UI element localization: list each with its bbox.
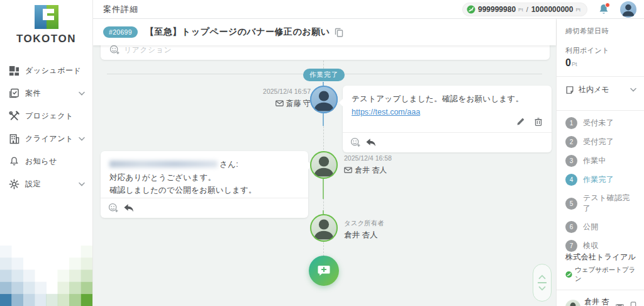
message-bubble: さん: 対応ありがとうございます。 確認しましたので公開をお願いします。: [101, 151, 308, 218]
content-row: #20699 【至急】トップページのバナー修正のお願い リアクション 作業完: [93, 19, 644, 306]
usage-points-unit: Pt: [572, 61, 577, 67]
sidebar-item-label: ダッシュボード: [25, 65, 81, 76]
points-separator: /: [526, 6, 528, 13]
app-root: TOKOTON ダッシュボード 案件 プロジェクト クライアント: [0, 0, 644, 306]
usage-points-value: 0Pt: [565, 57, 636, 69]
scroll-down-button[interactable]: [538, 286, 546, 291]
chat-plus-icon: [316, 263, 331, 278]
step-number: 1: [565, 117, 577, 129]
message-line: 対応ありがとうございます。: [109, 173, 216, 182]
task-owner-block: タスク所有者 倉井 杏人: [344, 218, 384, 241]
chevron-down-icon[interactable]: [630, 88, 636, 92]
points-unit: Pt: [518, 7, 523, 13]
brand-logo[interactable]: TOKOTON: [0, 0, 92, 45]
person-icon: [620, 1, 636, 18]
reply-icon[interactable]: [365, 138, 376, 147]
memo-label: 社内メモ: [579, 84, 609, 95]
step-acceptance[interactable]: 7 検収: [565, 240, 636, 252]
new-message-fab[interactable]: [309, 256, 339, 286]
mail-icon[interactable]: [615, 302, 625, 306]
step-work-complete[interactable]: 4 作業完了: [565, 174, 636, 186]
chevron-down-icon[interactable]: [79, 91, 85, 96]
sidebar-item-projects[interactable]: プロジェクト: [0, 105, 92, 127]
bell-icon: [9, 156, 19, 167]
sidebar-item-cases[interactable]: 案件: [0, 82, 92, 105]
contact-name: 倉井 杏人: [584, 297, 611, 306]
left-sidebar: TOKOTON ダッシュボード 案件 プロジェクト クライアント: [0, 0, 93, 306]
sidebar-nav: ダッシュボード 案件 プロジェクト クライアント お知らせ: [0, 59, 92, 195]
brand-name: TOKOTON: [0, 33, 92, 45]
step-label: 作業完了: [583, 174, 614, 185]
building-icon: [9, 133, 19, 144]
note-icon: [565, 86, 574, 94]
tokoton-logo-icon: [35, 5, 58, 29]
notification-bell-button[interactable]: [597, 3, 610, 16]
envelope-icon: [275, 100, 284, 106]
message-bubble: テストアップしました。確認をお願いします。 https://test.com/a…: [343, 86, 552, 152]
step-reception-done[interactable]: 2 受付完了: [565, 136, 636, 148]
points-balance[interactable]: 999999980 Pt / 1000000000 Pt: [462, 3, 587, 16]
reaction-row: [343, 132, 552, 152]
phone-icon[interactable]: [630, 302, 636, 306]
scroll-middle-handle[interactable]: [538, 282, 547, 283]
milestone-badge: 作業完了: [303, 69, 345, 81]
message-meta: 2025/12/4 16:57 斎藤 守: [216, 87, 311, 109]
message-link[interactable]: https://test.com/aaa: [352, 108, 420, 116]
sidebar-item-settings[interactable]: 設定: [0, 173, 92, 195]
message-datetime: 2025/12/4 16:57: [216, 87, 311, 97]
internal-memo-toggle[interactable]: 社内メモ: [565, 77, 636, 103]
decorative-mosaic: [0, 246, 92, 306]
avatar-saito[interactable]: [310, 86, 338, 113]
partial-message-card: リアクション: [101, 45, 550, 60]
step-number: 6: [565, 221, 577, 233]
edit-message-button[interactable]: [516, 117, 525, 126]
sidebar-item-clients[interactable]: クライアント: [0, 127, 92, 150]
copy-icon[interactable]: [335, 28, 343, 37]
avatar-task-owner[interactable]: [310, 214, 338, 242]
person-icon: [565, 300, 580, 306]
message-line: 確認しましたので公開をお願いします。: [109, 186, 257, 195]
step-number: 2: [565, 136, 577, 148]
message-text: テストアップしました。確認をお願いします。: [352, 93, 543, 106]
reaction-row: [101, 198, 308, 218]
task-owner-label: タスク所有者: [344, 218, 384, 229]
step-published[interactable]: 6 公開: [565, 221, 636, 233]
points-current: 999999980: [478, 5, 516, 14]
add-reaction-icon[interactable]: [108, 203, 119, 213]
chevron-down-icon[interactable]: [79, 182, 85, 186]
points-coin-icon: [467, 5, 475, 14]
reaction-row[interactable]: リアクション: [109, 45, 172, 55]
sidebar-item-label: プロジェクト: [25, 111, 74, 122]
avatar-kurai[interactable]: [310, 151, 338, 179]
notification-badge-dot: [605, 3, 610, 8]
add-reaction-icon[interactable]: [109, 45, 120, 55]
step-number: 7: [565, 240, 577, 252]
scroll-up-button[interactable]: [538, 275, 546, 280]
contact-avatar[interactable]: [565, 300, 580, 306]
chevron-down-icon[interactable]: [79, 137, 85, 141]
step-test-confirmed[interactable]: 5 テスト確認完了: [565, 193, 636, 214]
step-in-progress[interactable]: 3 作業中: [565, 155, 636, 167]
points-total: 1000000000: [531, 5, 574, 14]
sidebar-item-label: クライアント: [25, 133, 74, 144]
case-title-bar: #20699 【至急】トップページのバナー修正のお願い: [93, 19, 556, 45]
delete-message-button[interactable]: [534, 117, 543, 126]
top-header: 案件詳細 999999980 Pt / 1000000000 Pt: [93, 0, 644, 19]
gear-icon: [9, 179, 19, 190]
sidebar-item-label: 案件: [25, 88, 41, 99]
deadline-label: 締切希望日時: [565, 26, 636, 36]
step-label: 検収: [583, 241, 599, 251]
message-salutation: さん:: [219, 160, 238, 169]
tools-icon: [9, 111, 19, 122]
add-reaction-icon[interactable]: [350, 137, 361, 148]
timeline-scroll-area[interactable]: リアクション 作業完了 2025/12/4 16:57: [93, 45, 556, 306]
sidebar-item-notifications[interactable]: お知らせ: [0, 150, 92, 173]
status-steps: 1 受付未了 2 受付完了 3 作業中 4 作業完了: [565, 117, 636, 252]
user-avatar[interactable]: [620, 1, 636, 18]
sidebar-item-label: 設定: [25, 179, 41, 190]
right-panel: 締切希望日時 利用ポイント 0Pt 社内メモ 1 受: [556, 19, 644, 306]
task-owner-name: 倉井 杏人: [344, 229, 384, 241]
step-reception-pending[interactable]: 1 受付未了: [565, 117, 636, 129]
sidebar-item-dashboard[interactable]: ダッシュボード: [0, 59, 92, 82]
reply-icon[interactable]: [123, 203, 134, 213]
